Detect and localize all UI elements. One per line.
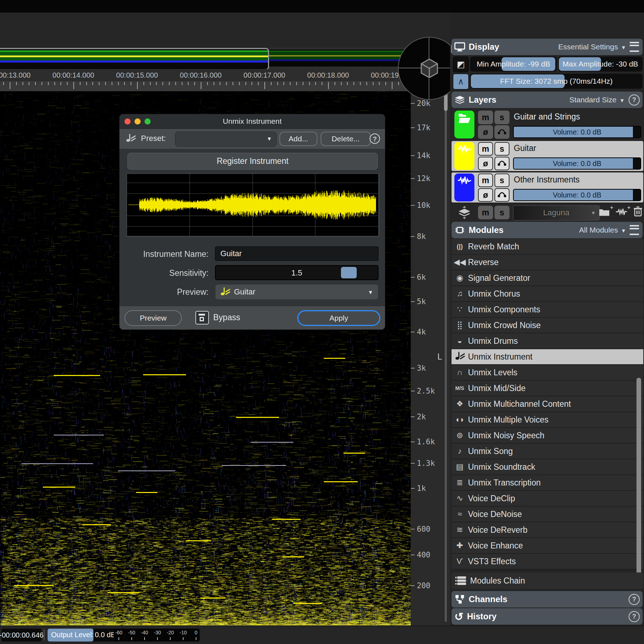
module-item-unmix-chorus[interactable]: ♫Unmix Chorus [452, 286, 643, 302]
mute-button[interactable]: m [478, 174, 493, 187]
ruler-tick [137, 82, 138, 89]
module-item-signal-generator[interactable]: ◉Signal Generator [452, 270, 643, 286]
module-item-unmix-soundtrack[interactable]: ▤Unmix Soundtrack [452, 459, 643, 475]
solo-button[interactable]: s [494, 142, 509, 156]
module-item-unmix-components[interactable]: ∵Unmix Components [452, 302, 643, 318]
phase-invert-button[interactable]: ø [478, 188, 493, 202]
phase-invert-button[interactable]: ø [478, 125, 493, 139]
delete-layer-button[interactable] [633, 206, 643, 218]
history-section-header[interactable]: ↺ History ? [452, 608, 643, 625]
layer-row-guitar-and-strings[interactable]: m s Guitar and Strings ø Volume: 0.0 dB [452, 109, 643, 140]
modules-chain-row[interactable]: Modules Chain [452, 572, 643, 589]
sensitivity-slider[interactable]: 1.5 [215, 265, 379, 280]
mute-button[interactable]: m [478, 111, 493, 124]
mute-button[interactable]: m [478, 142, 493, 156]
add-preset-button[interactable]: Add... [279, 132, 317, 146]
module-item-vst3-effects[interactable]: ѴVST3 Effects [452, 554, 643, 570]
layer-name[interactable]: Guitar [514, 143, 536, 153]
module-item-reverse[interactable]: ◀◀Reverse [452, 255, 643, 270]
instrument-name-input[interactable]: Guitar [215, 247, 379, 261]
module-item-unmix-multichannel-content[interactable]: ❖Unmix Multichannel Content [452, 396, 643, 412]
sensitivity-handle[interactable] [341, 267, 357, 278]
module-item-unmix-levels[interactable]: ∩Unmix Levels [452, 365, 643, 381]
apply-button[interactable]: Apply [297, 310, 380, 326]
delete-preset-button[interactable]: Delete... [321, 132, 371, 146]
preview-button[interactable]: Preview [125, 310, 182, 326]
layers-help-icon[interactable]: ? [629, 94, 640, 106]
solo-button[interactable]: s [494, 111, 509, 124]
layer-stack-icon[interactable] [457, 206, 472, 219]
fft-size-slider[interactable]: FFT Size: 3072 smp (70ms/14Hz) [470, 74, 643, 89]
layer-name[interactable]: Guitar and Strings [514, 112, 580, 122]
frequency-scale[interactable]: 20k17k14k12k10k8k6k5k4k3k2.5k2k1.6k1.3k1… [411, 91, 450, 625]
module-item-voice-dereverb[interactable]: ≋Voice DeReverb [452, 522, 643, 538]
automation-button[interactable] [494, 125, 509, 139]
history-help-icon[interactable]: ? [629, 611, 640, 622]
module-item-reverb-match[interactable]: (|)Reverb Match [452, 239, 643, 255]
volume-slider[interactable]: Volume: 0.0 dB [513, 157, 641, 170]
group-color-tile[interactable] [454, 111, 474, 138]
layer-name[interactable]: Other Instruments [514, 175, 580, 185]
group-mute-button[interactable]: m [478, 206, 493, 219]
display-section-header[interactable]: Display Essential Settings▼ [452, 39, 643, 55]
automation-button[interactable] [494, 157, 509, 170]
module-item-unmix-song[interactable]: ♪Unmix Song [452, 444, 643, 459]
frequency-scrollbar[interactable] [445, 92, 447, 622]
channels-icon [454, 595, 465, 604]
module-item-voice-denoise[interactable]: ≈Voice DeNoise [452, 507, 643, 522]
register-instrument-button[interactable]: Register Instrument [127, 153, 378, 170]
new-group-button[interactable]: + [598, 207, 610, 218]
min-amplitude-slider[interactable]: Min Amplitude: -99 dB [470, 57, 557, 72]
layers-section-header[interactable]: Layers Standard Size▼ ? [452, 92, 643, 108]
module-item-voice-enhance[interactable]: ✚Voice Enhance [452, 538, 643, 554]
new-layer-button[interactable]: + [615, 207, 628, 218]
layer-row-other-instruments[interactable]: m s Other Instruments ø Volume: 0.0 dB [452, 172, 643, 203]
preview-dropdown[interactable]: Guitar ▼ [215, 284, 379, 300]
solo-button[interactable]: s [494, 174, 509, 187]
layers-size-selector[interactable]: Standard Size▼ [569, 96, 625, 104]
amplitude-range-icon[interactable]: ◩ [453, 57, 469, 72]
module-item-unmix-instrument[interactable]: Unmix Instrument [452, 349, 643, 365]
layer-row-guitar[interactable]: m s Guitar ø Volume: 0.0 dB [452, 141, 643, 171]
modules-scrollbar-thumb[interactable] [636, 378, 641, 587]
time-ruler[interactable]: 00:00:13.00000:00:14.00000:00:15.00000:0… [0, 69, 411, 91]
ruler-tick [258, 82, 259, 85]
navigator-visible-region[interactable] [0, 48, 269, 70]
module-item-unmix-multiple-voices[interactable]: ◖◗Unmix Multiple Voices [452, 412, 643, 428]
display-menu-icon[interactable] [630, 42, 639, 52]
instrument-waveform-panel [127, 174, 379, 237]
bypass-label[interactable]: Bypass [213, 313, 240, 322]
volume-slider[interactable]: Volume: 0.0 dB [513, 189, 641, 201]
module-item-unmix-crowd-noise[interactable]: ⣿Unmix Crowd Noise [452, 318, 643, 333]
ruler-tick [54, 82, 55, 85]
phase-invert-button[interactable]: ø [478, 157, 493, 170]
fft-curve-icon[interactable]: ∧ [453, 74, 469, 89]
bypass-toggle-icon[interactable] [195, 311, 209, 325]
ruler-tick [112, 82, 112, 85]
dialog-titlebar[interactable]: Unmix Instrument [119, 114, 385, 129]
layer-color-tile[interactable] [454, 142, 474, 170]
automation-button[interactable] [494, 188, 509, 202]
modules-menu-icon[interactable] [630, 225, 639, 235]
module-item-unmix-transcription[interactable]: ≣Unmix Transcription [452, 475, 643, 491]
channels-help-icon[interactable]: ? [629, 594, 640, 605]
layer-color-tile[interactable] [454, 174, 474, 201]
freq-tick-label: 1.6k [417, 438, 435, 446]
module-item-unmix-mid-side[interactable]: M/SUnmix Mid/Side [452, 381, 643, 396]
modules-section-header[interactable]: Modules All Modules▼ [452, 222, 643, 238]
layer-group-dropdown[interactable]: Laguna ▼ [513, 205, 600, 220]
max-amplitude-slider[interactable]: Max Amplitude: -30 dB [558, 57, 643, 72]
modules-filter-selector[interactable]: All Modules▼ [579, 226, 626, 234]
module-item-voice-declip[interactable]: ∿Voice DeClip [452, 491, 643, 507]
dialog-help-icon[interactable]: ? [370, 133, 380, 144]
output-level-control[interactable]: Output Level: 0.0 dB [48, 629, 119, 641]
group-solo-button[interactable]: s [494, 206, 509, 219]
playhead-time-display[interactable]: -00:00:00.646 [1, 629, 42, 641]
display-preset-selector[interactable]: Essential Settings▼ [558, 43, 626, 51]
audio-overview-navigator[interactable] [0, 48, 411, 69]
module-item-unmix-drums[interactable]: ◒Unmix Drums [452, 333, 643, 349]
channels-section-header[interactable]: Channels ? [452, 591, 643, 608]
module-item-unmix-noisy-speech[interactable]: ⊚Unmix Noisy Speech [452, 428, 643, 444]
preset-dropdown[interactable]: ▼ [175, 132, 277, 147]
volume-slider[interactable]: Volume: 0.0 dB [513, 126, 641, 138]
